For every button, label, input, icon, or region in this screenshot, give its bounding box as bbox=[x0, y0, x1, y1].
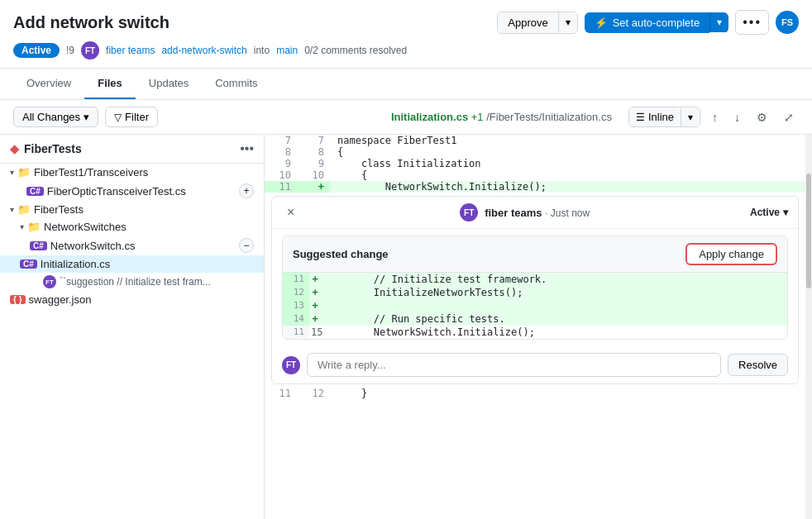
cs-badge: C# bbox=[20, 260, 37, 269]
tree-item-suggestion[interactable]: FT ``suggestion // Initialize test fram.… bbox=[0, 273, 264, 291]
pr-title: Add network switch bbox=[13, 13, 170, 32]
comment-header: × FT fiber teams · Just now Active ▾ bbox=[272, 197, 798, 229]
code-panel: 7 7 namespace FiberTest1 8 8 { 9 9 class… bbox=[265, 135, 805, 519]
code-line-9: 9 9 class Initialization bbox=[265, 158, 805, 169]
reply-area: FT Resolve bbox=[272, 346, 798, 383]
avatar: FS bbox=[776, 11, 799, 34]
chevron-down-icon: ▾ bbox=[10, 205, 14, 214]
more-options-button[interactable]: ••• bbox=[735, 10, 769, 35]
branch-from-link[interactable]: add-network-switch bbox=[161, 45, 246, 56]
code-line-8: 8 8 { bbox=[265, 146, 805, 158]
folder-icon: 📁 bbox=[17, 166, 31, 179]
close-comment-button[interactable]: × bbox=[282, 203, 299, 221]
scrollbar[interactable] bbox=[805, 135, 812, 519]
filter-icon: ▽ bbox=[114, 112, 122, 123]
code-line-bottom: 11 12 } bbox=[265, 388, 805, 399]
sidebar-more-button[interactable]: ••• bbox=[240, 141, 254, 156]
comment-avatar: FT bbox=[460, 203, 478, 221]
tree-item-networkswitches[interactable]: ▾ 📁 NetworkSwitches bbox=[0, 218, 264, 236]
header-actions: Approve ▾ ⚡ Set auto-complete ▾ ••• FS bbox=[497, 10, 799, 35]
prev-change-button[interactable]: ↑ bbox=[707, 107, 723, 127]
reply-input[interactable] bbox=[307, 353, 721, 377]
comment-thread: × FT fiber teams · Just now Active ▾ bbox=[271, 196, 799, 384]
diamond-icon: ◆ bbox=[10, 142, 19, 155]
files-main: ◆ FiberTests ••• ▾ 📁 FiberTest1/Transcei… bbox=[0, 135, 812, 519]
inline-view-button[interactable]: ☰ Inline bbox=[629, 107, 681, 126]
tree-item-swagger-json[interactable]: { } swagger.json bbox=[0, 291, 264, 308]
tab-overview[interactable]: Overview bbox=[13, 69, 84, 99]
issue-count: !9 bbox=[66, 45, 74, 56]
page-header: Add network switch Approve ▾ ⚡ Set auto-… bbox=[0, 0, 812, 69]
remove-file-button[interactable]: − bbox=[239, 238, 254, 253]
cs-badge: C# bbox=[26, 187, 44, 196]
header-top: Add network switch Approve ▾ ⚡ Set auto-… bbox=[13, 10, 799, 35]
chevron-down-icon: ▾ bbox=[84, 111, 89, 123]
tree-item-networkswitch-cs[interactable]: C# NetworkSwitch.cs − bbox=[0, 236, 264, 255]
all-changes-button[interactable]: All Changes ▾ bbox=[13, 107, 98, 127]
folder-icon: 📁 bbox=[27, 221, 41, 233]
nav-tabs: Overview Files Updates Commits bbox=[0, 69, 812, 100]
set-autocomplete-button[interactable]: ⚡ Set auto-complete bbox=[585, 12, 710, 33]
approve-button[interactable]: Approve bbox=[498, 12, 557, 33]
chevron-down-icon: ▾ bbox=[10, 168, 14, 177]
diff-settings-button[interactable]: ⚙ bbox=[752, 107, 772, 127]
approve-dropdown-button[interactable]: ▾ bbox=[558, 12, 577, 32]
resolve-button[interactable]: Resolve bbox=[728, 354, 788, 376]
scrollbar-thumb[interactable] bbox=[806, 174, 811, 289]
comments-resolved: 0/2 comments resolved bbox=[304, 45, 407, 56]
tab-commits[interactable]: Commits bbox=[202, 69, 270, 99]
expand-button[interactable]: ⤢ bbox=[779, 107, 799, 127]
filename: Initialization.cs bbox=[391, 111, 468, 123]
branch-to-link[interactable]: main bbox=[276, 45, 298, 56]
suggested-line-2: 12 + InitializeNetworkTests(); bbox=[283, 286, 787, 299]
cs-badge: C# bbox=[30, 241, 47, 250]
tab-updates[interactable]: Updates bbox=[136, 69, 202, 99]
file-tree-sidebar: ◆ FiberTests ••• ▾ 📁 FiberTest1/Transcei… bbox=[0, 135, 265, 519]
json-badge: { } bbox=[10, 295, 26, 304]
file-added: +1 bbox=[471, 111, 484, 123]
status-badge: Active bbox=[13, 43, 60, 58]
code-line-7: 7 7 namespace FiberTest1 bbox=[265, 135, 805, 146]
header-meta: Active !9 FT fiber teams add-network-swi… bbox=[13, 41, 799, 68]
filter-button[interactable]: ▽ Filter bbox=[105, 107, 158, 127]
diff-table: 7 7 namespace FiberTest1 8 8 { 9 9 class… bbox=[265, 135, 805, 193]
sidebar-header: ◆ FiberTests ••• bbox=[0, 135, 264, 164]
reply-avatar: FT bbox=[282, 356, 300, 374]
tree-item-fibertest1-transceivers[interactable]: ▾ 📁 FiberTest1/Transceivers bbox=[0, 164, 264, 181]
comment-meta: fiber teams · Just now bbox=[485, 207, 590, 219]
author-link[interactable]: fiber teams bbox=[106, 45, 155, 56]
branch-separator: into bbox=[254, 45, 270, 56]
suggested-change-header: Suggested change Apply change bbox=[283, 236, 787, 273]
folder-icon: 📁 bbox=[17, 203, 31, 216]
author-avatar: FT bbox=[81, 41, 99, 60]
tree-item-fiberoptic-test[interactable]: C# FiberOpticTransceiverTest.cs + bbox=[0, 181, 264, 201]
code-line-11-added: 11 + NetworkSwitch.Initialize(); bbox=[265, 181, 805, 193]
suggested-line-3: 13 + bbox=[283, 299, 787, 312]
files-toolbar: All Changes ▾ ▽ Filter Initialization.cs… bbox=[0, 100, 812, 135]
diff-table-bottom: 11 12 } bbox=[265, 388, 805, 399]
file-path: /FiberTests/Initialization.cs bbox=[486, 111, 612, 123]
comment-status[interactable]: Active ▾ bbox=[750, 207, 788, 218]
inline-icon: ☰ bbox=[636, 112, 645, 123]
code-line-10: 10 10 { bbox=[265, 169, 805, 181]
tab-files[interactable]: Files bbox=[84, 69, 136, 99]
view-dropdown-button[interactable]: ▾ bbox=[681, 108, 700, 126]
tree-item-fibertests[interactable]: ▾ 📁 FiberTests bbox=[0, 201, 264, 218]
suggested-line-1: 11 + // Initialize test framework. bbox=[283, 273, 787, 286]
comment-user: FT fiber teams · Just now bbox=[460, 203, 590, 221]
sidebar-title: ◆ FiberTests bbox=[10, 142, 82, 155]
suggestion-avatar: FT bbox=[43, 275, 56, 288]
apply-change-button[interactable]: Apply change bbox=[685, 243, 777, 265]
lightning-icon: ⚡ bbox=[595, 17, 608, 29]
suggested-code: 11 + // Initialize test framework. 12 + … bbox=[283, 273, 787, 339]
suggested-change-box: Suggested change Apply change 11 + // In… bbox=[282, 236, 788, 340]
add-file-button[interactable]: + bbox=[239, 183, 254, 198]
chevron-down-icon: ▾ bbox=[783, 207, 788, 218]
next-change-button[interactable]: ↓ bbox=[729, 107, 745, 127]
suggested-line-4: 14 + // Run specific tests. bbox=[283, 312, 787, 326]
autocomplete-dropdown-button[interactable]: ▾ bbox=[709, 12, 728, 32]
chevron-down-icon: ▾ bbox=[20, 222, 24, 231]
suggested-line-5: 11 15 NetworkSwitch.Initialize(); bbox=[283, 326, 787, 339]
tree-item-initialization-cs[interactable]: C# Initialization.cs bbox=[0, 255, 264, 273]
files-layout: All Changes ▾ ▽ Filter Initialization.cs… bbox=[0, 100, 812, 519]
